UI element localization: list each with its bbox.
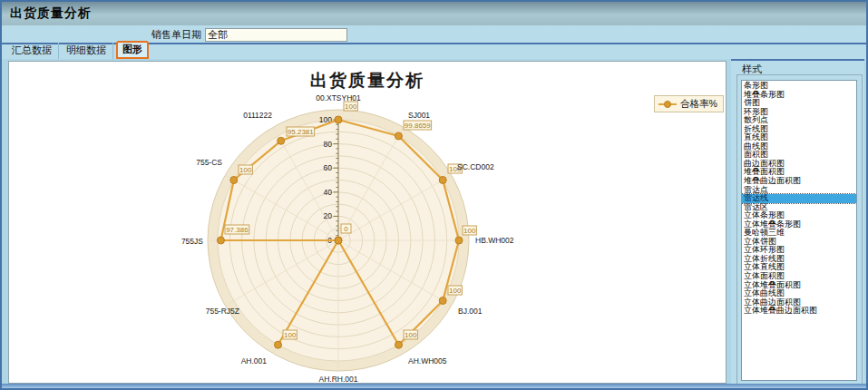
radar-data-point — [455, 237, 463, 244]
axis-tick-label: 40 — [324, 188, 333, 197]
category-label: AH.WH005 — [408, 356, 447, 366]
value-label: 97.386 — [226, 226, 249, 234]
axis-tick-label: 60 — [324, 163, 333, 172]
value-label: 0 — [344, 225, 348, 233]
category-label: 755-RJ5Z — [206, 307, 239, 316]
radar-data-point — [230, 177, 238, 184]
value-label: 100 — [463, 227, 476, 235]
radar-data-point — [439, 297, 446, 305]
category-label: SJ001 — [408, 111, 430, 120]
legend-label: 合格率% — [680, 98, 717, 111]
value-label: 100 — [239, 166, 252, 174]
chart-legend: 合格率% — [654, 95, 724, 112]
category-label: 0111222 — [243, 111, 272, 120]
category-label: BJ.001 — [458, 307, 483, 316]
radar-data-point — [335, 237, 342, 244]
axis-tick-label: 20 — [324, 211, 333, 220]
radar-data-point — [335, 116, 342, 123]
radar-data-point — [439, 177, 446, 184]
style-option[interactable]: 立体堆叠曲边面积图 — [742, 307, 856, 316]
value-label: 99.8659 — [405, 122, 431, 130]
tab-graph[interactable]: 图形 — [116, 41, 149, 59]
radar-chart: 02040608010010099.8659100100100100010097… — [9, 62, 726, 383]
radar-data-point — [278, 137, 285, 144]
bottom-strip — [2, 384, 866, 388]
title-bar: 出货质量分析 — [2, 2, 866, 25]
chart-title: 出货质量分析 — [9, 69, 726, 93]
category-label: 755JS — [181, 237, 203, 246]
legend-line-icon — [658, 103, 677, 105]
tab-summary-data[interactable]: 汇总数据 — [5, 43, 59, 59]
category-label: 755-CS — [196, 158, 222, 167]
value-label: 100 — [345, 102, 357, 111]
legend-dot-icon — [664, 101, 671, 108]
radar-data-point — [275, 341, 282, 348]
sales-date-label: 销售单日期 — [151, 28, 201, 42]
category-label: SC.CD002 — [457, 162, 494, 171]
page-title: 出货质量分析 — [2, 5, 92, 22]
tab-bar: 汇总数据 明细数据 图形 — [2, 43, 866, 59]
tab-detail-data[interactable]: 明细数据 — [60, 43, 113, 59]
category-label: AH.RH.001 — [319, 375, 358, 383]
category-label: HB.WH002 — [475, 236, 514, 245]
axis-tick-label: 80 — [324, 140, 333, 149]
app-window: 出货质量分析 销售单日期 汇总数据 明细数据 图形 出货质量分析 0204060… — [0, 0, 868, 390]
category-label: 00.XTSYH01 — [316, 93, 361, 102]
content-area: 出货质量分析 02040608010010099.865910010010010… — [2, 59, 866, 386]
sales-date-input[interactable] — [205, 28, 347, 42]
radar-data-point — [395, 341, 403, 348]
radar-data-point — [217, 237, 224, 244]
value-label: 100 — [449, 287, 462, 295]
value-label: 95.2381 — [288, 128, 314, 136]
value-label: 100 — [405, 331, 417, 339]
radar-data-point — [395, 132, 402, 140]
category-label: AH.001 — [241, 356, 268, 366]
value-label: 100 — [284, 331, 297, 339]
chart-style-listbox[interactable]: 条形图堆叠条形图饼图环形图散列点折线图直线图曲线图面积图曲边面积图堆叠面积图堆叠… — [741, 80, 857, 381]
style-sidebar: 样式 条形图堆叠条形图饼图环形图散列点折线图直线图曲线图面积图曲边面积图堆叠面积… — [731, 59, 864, 386]
chart-panel: 出货质量分析 02040608010010099.865910010010010… — [8, 61, 727, 384]
style-frame: 条形图堆叠条形图饼图环形图散列点折线图直线图曲线图面积图曲边面积图堆叠面积图堆叠… — [736, 74, 863, 385]
